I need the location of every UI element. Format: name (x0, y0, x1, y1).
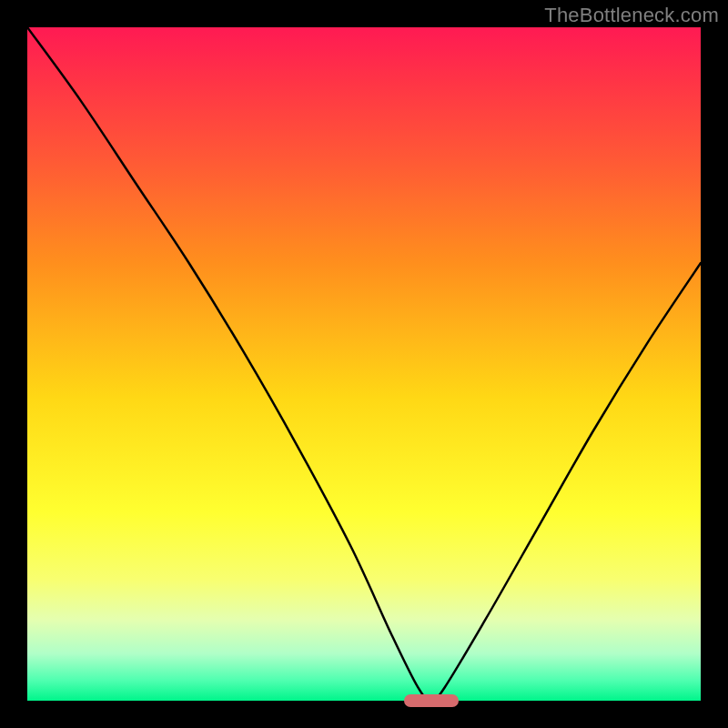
optimal-marker (404, 694, 458, 707)
chart-frame: TheBottleneck.com (0, 0, 728, 728)
curve-path (27, 27, 701, 701)
plot-area (27, 27, 701, 701)
bottleneck-curve (27, 27, 701, 701)
attribution-label: TheBottleneck.com (544, 4, 719, 27)
